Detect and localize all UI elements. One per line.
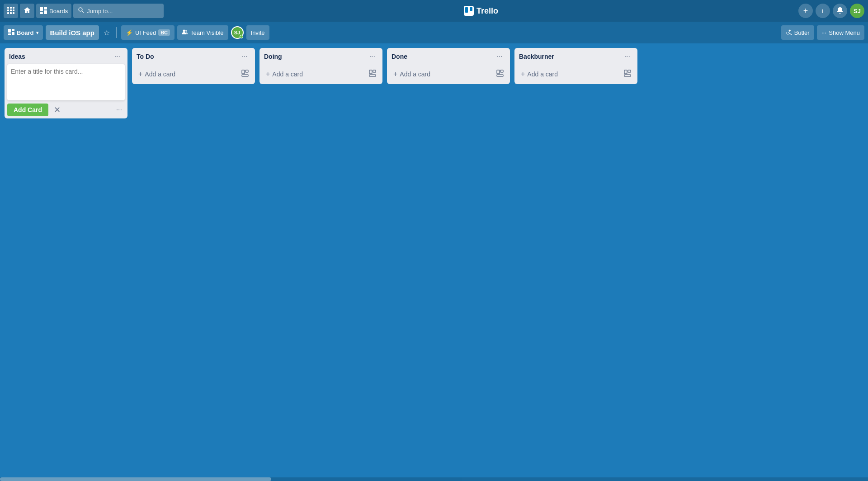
apps-button[interactable] bbox=[4, 4, 18, 18]
list-todo-title: To Do bbox=[137, 53, 239, 60]
top-navigation: Boards Trello + i bbox=[0, 0, 868, 22]
list-doing-menu-button[interactable]: ··· bbox=[367, 52, 378, 61]
list-backburner: Backburner ··· + Add a card bbox=[514, 48, 637, 84]
board-grid-icon bbox=[8, 29, 14, 37]
home-button[interactable] bbox=[20, 4, 34, 18]
home-icon bbox=[24, 7, 31, 15]
online-indicator bbox=[240, 35, 243, 38]
invite-button[interactable]: Invite bbox=[246, 25, 269, 40]
card-input-area bbox=[7, 64, 125, 100]
add-card-label: Add a card bbox=[145, 71, 175, 78]
board-header: Board ▾ Build iOS app ☆ ⚡ UI Feed BC Tea… bbox=[0, 22, 868, 43]
jump-to-search[interactable] bbox=[73, 4, 164, 18]
ui-feed-label: UI Feed bbox=[135, 29, 156, 36]
list-todo-menu-button[interactable]: ··· bbox=[239, 52, 250, 61]
list-backburner-title: Backburner bbox=[519, 53, 622, 60]
show-menu-label: Show Menu bbox=[829, 29, 860, 36]
svg-rect-0 bbox=[7, 7, 9, 9]
template-icon bbox=[496, 71, 504, 78]
list-done-title: Done bbox=[392, 53, 494, 60]
svg-rect-20 bbox=[8, 33, 11, 35]
horizontal-scrollbar[interactable] bbox=[0, 477, 868, 481]
list-backburner-menu-button[interactable]: ··· bbox=[622, 52, 633, 61]
svg-point-23 bbox=[185, 30, 187, 32]
add-card-confirm-button[interactable]: Add Card bbox=[7, 104, 48, 116]
svg-rect-28 bbox=[369, 70, 372, 74]
svg-rect-27 bbox=[242, 75, 248, 76]
board-menu-button[interactable]: Board ▾ bbox=[4, 25, 43, 40]
svg-rect-3 bbox=[7, 9, 9, 11]
svg-rect-32 bbox=[500, 70, 503, 72]
scrollbar-thumb[interactable] bbox=[0, 477, 271, 481]
avatar-initials: SJ bbox=[854, 8, 861, 14]
butler-button[interactable]: Butler bbox=[781, 25, 814, 40]
svg-rect-9 bbox=[40, 7, 43, 11]
template-icon bbox=[241, 71, 249, 78]
svg-rect-19 bbox=[12, 29, 14, 31]
svg-line-24 bbox=[788, 33, 792, 35]
notifications-button[interactable] bbox=[833, 4, 847, 18]
ui-feed-badge: BC bbox=[158, 29, 170, 36]
doing-template-button[interactable] bbox=[365, 67, 380, 81]
team-visible-label: Team Visible bbox=[190, 29, 223, 36]
boards-button[interactable]: Boards bbox=[36, 4, 71, 18]
done-template-button[interactable] bbox=[493, 67, 507, 81]
user-avatar-button[interactable]: SJ bbox=[850, 4, 864, 18]
list-backburner-header: Backburner ··· bbox=[514, 48, 637, 64]
app-title: Trello bbox=[476, 6, 498, 16]
info-button[interactable]: i bbox=[816, 4, 830, 18]
plus-icon: + bbox=[393, 70, 397, 78]
list-done-add-area: + Add a card bbox=[387, 64, 510, 84]
card-title-input[interactable] bbox=[11, 68, 121, 95]
list-ideas-menu-button[interactable]: ··· bbox=[112, 52, 123, 61]
list-todo-header: To Do ··· bbox=[132, 48, 255, 64]
svg-rect-10 bbox=[44, 7, 47, 9]
template-icon bbox=[624, 71, 631, 78]
todo-template-button[interactable] bbox=[238, 67, 252, 81]
list-doing-add-area: + Add a card bbox=[259, 64, 382, 84]
create-button[interactable]: + bbox=[798, 4, 813, 18]
member-avatar[interactable]: SJ bbox=[231, 26, 244, 39]
invite-label: Invite bbox=[251, 29, 265, 36]
board-content: Ideas ··· Add Card ✕ ··· To Do ··· bbox=[0, 43, 868, 477]
todo-add-card-button[interactable]: + Add a card bbox=[135, 67, 238, 81]
svg-rect-7 bbox=[10, 12, 12, 14]
list-todo-add-area: + Add a card bbox=[132, 64, 255, 84]
svg-rect-8 bbox=[13, 12, 14, 14]
team-visible-button[interactable]: Team Visible bbox=[177, 25, 228, 40]
list-todo: To Do ··· + Add a card bbox=[132, 48, 255, 84]
list-doing: Doing ··· + Add a card bbox=[259, 48, 382, 84]
cancel-card-button[interactable]: ✕ bbox=[51, 103, 63, 117]
member-initials: SJ bbox=[234, 30, 240, 35]
done-add-card-button[interactable]: + Add a card bbox=[390, 67, 493, 81]
board-label: Board bbox=[17, 29, 34, 36]
plus-icon: + bbox=[138, 70, 142, 78]
svg-rect-29 bbox=[373, 70, 376, 72]
list-ideas-header: Ideas ··· bbox=[5, 48, 127, 64]
card-input-actions: Add Card ✕ ··· bbox=[5, 100, 127, 118]
backburner-template-button[interactable] bbox=[620, 67, 635, 81]
list-doing-header: Doing ··· bbox=[259, 48, 382, 64]
list-done-menu-button[interactable]: ··· bbox=[494, 52, 505, 61]
doing-add-card-button[interactable]: + Add a card bbox=[262, 67, 365, 81]
star-button[interactable]: ☆ bbox=[102, 27, 112, 39]
backburner-add-card-button[interactable]: + Add a card bbox=[517, 67, 620, 81]
butler-label: Butler bbox=[794, 29, 810, 36]
nav-right-actions: + i SJ bbox=[798, 4, 864, 18]
svg-rect-33 bbox=[497, 75, 503, 76]
list-backburner-add-area: + Add a card bbox=[514, 64, 637, 84]
show-menu-button[interactable]: ··· Show Menu bbox=[817, 25, 864, 40]
board-title[interactable]: Build iOS app bbox=[46, 25, 99, 40]
ui-feed-button[interactable]: ⚡ UI Feed BC bbox=[121, 25, 175, 40]
card-more-options-button[interactable]: ··· bbox=[113, 104, 125, 116]
trello-logo: Trello bbox=[464, 6, 498, 16]
svg-rect-25 bbox=[242, 70, 245, 74]
plus-icon: + bbox=[803, 6, 808, 16]
cancel-icon: ✕ bbox=[54, 105, 61, 114]
info-icon: i bbox=[822, 8, 824, 14]
jump-to-input[interactable] bbox=[87, 8, 155, 14]
svg-rect-21 bbox=[12, 32, 14, 35]
header-divider-1 bbox=[116, 27, 117, 38]
nav-center: Trello bbox=[165, 6, 797, 16]
svg-rect-17 bbox=[470, 7, 472, 11]
